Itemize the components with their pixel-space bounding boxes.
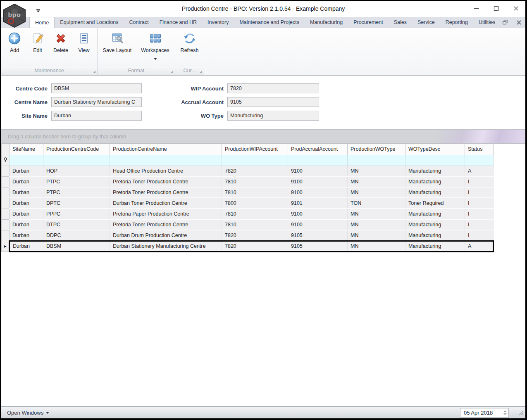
table-row[interactable]: DurbanHOPHead Office Production Centre78… — [2, 166, 494, 176]
table-cell[interactable]: 7810 — [222, 187, 288, 198]
tab-reporting[interactable]: Reporting — [440, 17, 473, 28]
table-cell[interactable]: Pretoria Toner Production Centre — [110, 219, 222, 230]
table-cell[interactable]: Head Office Production Centre — [110, 166, 222, 176]
table-cell[interactable]: 9105 — [288, 241, 348, 252]
table-cell[interactable]: 9100 — [288, 209, 348, 219]
table-cell[interactable]: MN — [348, 219, 405, 230]
column-header-status[interactable]: Status — [465, 144, 494, 155]
column-header-wotypedesc[interactable]: WOTypeDesc — [405, 144, 465, 155]
table-cell[interactable]: MN — [348, 241, 405, 252]
filter-cell[interactable] — [288, 155, 348, 166]
maximize-button[interactable] — [492, 5, 500, 12]
date-spinner[interactable] — [502, 408, 508, 417]
table-cell[interactable]: MN — [348, 166, 405, 176]
table-row[interactable]: DurbanDDPCDurban Drum Production Centre7… — [2, 230, 494, 241]
table-cell[interactable]: HOP — [43, 166, 110, 176]
table-cell[interactable]: Durban — [10, 166, 43, 176]
tab-manufacturing[interactable]: Manufacturing — [305, 17, 348, 28]
spinner-up-icon[interactable] — [503, 411, 507, 412]
column-header-productioncentrename[interactable]: ProductionCentreName — [110, 144, 222, 155]
table-cell[interactable]: 9101 — [288, 198, 348, 209]
filter-cell[interactable] — [465, 155, 494, 166]
table-cell[interactable]: Manufacturing — [405, 176, 465, 187]
table-row[interactable]: DurbanDPTCDurban Toner Production Centre… — [2, 198, 494, 209]
table-row[interactable]: DurbanDTPCPretoria Toner Production Cent… — [2, 219, 494, 230]
open-windows-button[interactable]: Open Windows — [7, 410, 49, 416]
filter-cell[interactable] — [222, 155, 288, 166]
table-cell[interactable]: Manufacturing — [405, 187, 465, 198]
table-cell[interactable]: A — [465, 241, 494, 252]
table-cell[interactable]: DBSM — [43, 241, 110, 252]
table-cell[interactable]: Durban — [10, 176, 43, 187]
table-cell[interactable]: PTPC — [43, 187, 110, 198]
table-cell[interactable]: MN — [348, 176, 405, 187]
table-cell[interactable]: 7810 — [222, 176, 288, 187]
table-cell[interactable]: I — [465, 230, 494, 241]
table-row[interactable]: DurbanPPPCPretoria Paper Production Cent… — [2, 209, 494, 219]
centre-code-field[interactable] — [51, 83, 142, 93]
minimize-button[interactable] — [472, 5, 480, 12]
group-by-panel[interactable]: Drag a column header here to group by th… — [1, 129, 525, 144]
column-header-productioncentrecode[interactable]: ProductionCentreCode — [43, 144, 110, 155]
filter-pin-icon[interactable] — [2, 155, 10, 166]
edit-button[interactable]: Edit — [26, 30, 49, 53]
table-cell[interactable]: A — [465, 166, 494, 176]
filter-cell[interactable] — [110, 155, 222, 166]
table-cell[interactable]: MN — [348, 230, 405, 241]
table-row[interactable]: DurbanPTPCPretoria Toner Production Cent… — [2, 176, 494, 187]
table-cell[interactable]: Pretoria Toner Production Centre — [110, 187, 222, 198]
view-button[interactable]: View — [72, 30, 95, 53]
table-cell[interactable]: Pretoria Paper Production Centre — [110, 209, 222, 219]
table-cell[interactable]: Manufacturing — [405, 166, 465, 176]
table-cell[interactable]: Durban — [10, 241, 43, 252]
wip-account-field[interactable] — [227, 83, 319, 93]
table-cell[interactable]: 9100 — [288, 219, 348, 230]
refresh-button[interactable]: Refresh — [178, 30, 202, 53]
centre-name-field[interactable] — [51, 97, 142, 107]
table-cell[interactable]: Durban — [10, 198, 43, 209]
tab-contract[interactable]: Contract — [124, 17, 154, 28]
table-cell[interactable]: Toner Required — [405, 198, 465, 209]
table-cell[interactable]: 7810 — [222, 219, 288, 230]
table-row[interactable]: DurbanPTPCPretoria Toner Production Cent… — [2, 187, 494, 198]
dialog-launcher-icon[interactable] — [171, 71, 173, 73]
filter-cell[interactable] — [43, 155, 110, 166]
table-cell[interactable]: Durban Drum Production Centre — [110, 230, 222, 241]
table-cell[interactable]: Durban — [10, 187, 43, 198]
table-cell[interactable]: Durban — [10, 209, 43, 219]
spinner-down-icon[interactable] — [503, 413, 507, 415]
table-cell[interactable]: DDPC — [43, 230, 110, 241]
filter-cell[interactable] — [348, 155, 405, 166]
table-cell[interactable]: 7820 — [222, 166, 288, 176]
filter-cell[interactable] — [405, 155, 465, 166]
site-name-field[interactable] — [51, 111, 142, 121]
table-cell[interactable]: 9100 — [288, 166, 348, 176]
accrual-account-field[interactable] — [227, 97, 319, 107]
column-header-prodaccrualaccount[interactable]: ProdAccrualAccount — [288, 144, 348, 155]
tab-sales[interactable]: Sales — [389, 17, 412, 28]
table-row[interactable]: ▶DurbanDBSMDurban Stationery Manufacturi… — [2, 241, 494, 252]
table-cell[interactable]: Manufacturing — [405, 209, 465, 219]
tab-equipment-and-locations[interactable]: Equipment and Locations — [55, 17, 124, 28]
dialog-launcher-icon[interactable] — [93, 71, 95, 73]
table-cell[interactable]: Manufacturing — [405, 219, 465, 230]
add-button[interactable]: Add — [3, 30, 26, 53]
column-header-productionwotype[interactable]: ProductionWOType — [348, 144, 405, 155]
table-cell[interactable]: DTPC — [43, 219, 110, 230]
table-cell[interactable]: MN — [348, 209, 405, 219]
table-cell[interactable]: I — [465, 219, 494, 230]
tab-maintenance-and-projects[interactable]: Maintenance and Projects — [234, 17, 305, 28]
workspaces-button[interactable]: Workspaces — [138, 30, 173, 62]
table-cell[interactable]: I — [465, 176, 494, 187]
table-cell[interactable]: TON — [348, 198, 405, 209]
resize-grip[interactable] — [519, 410, 524, 417]
table-cell[interactable]: 7820 — [222, 230, 288, 241]
delete-button[interactable]: Delete — [49, 30, 72, 53]
wo-type-field[interactable] — [227, 111, 319, 121]
table-cell[interactable]: Durban — [10, 230, 43, 241]
table-cell[interactable]: I — [465, 198, 494, 209]
tab-procurement[interactable]: Procurement — [348, 17, 389, 28]
mdi-minimize-button[interactable] — [489, 20, 494, 25]
table-cell[interactable]: 7820 — [222, 241, 288, 252]
table-cell[interactable]: 7800 — [222, 198, 288, 209]
